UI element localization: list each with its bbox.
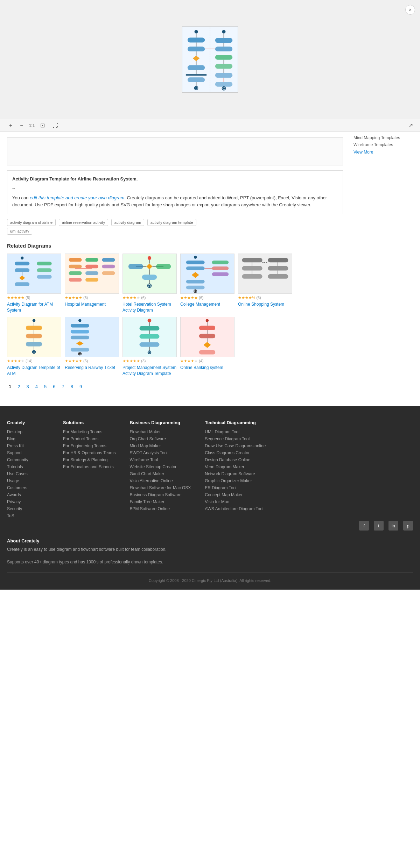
footer-col-solutions: Solutions For Marketing Teams For Produc… [63, 420, 116, 520]
footer-link-usecases[interactable]: Use Cases [7, 471, 49, 476]
footer-link-desktop[interactable]: Desktop [7, 429, 49, 434]
svg-rect-4 [188, 38, 205, 43]
footer-link-educators[interactable]: For Educators and Schools [63, 464, 116, 469]
diagram-card-img-8 [180, 317, 234, 357]
diagram-card-8[interactable]: ★★★★★ (4) Online Banking system [180, 317, 234, 377]
footer-link-engineering[interactable]: For Engineering Teams [63, 443, 116, 448]
footer-link-usecase[interactable]: Draw Use Case Diagrams online [205, 443, 266, 448]
card-title-5: Activity Diagram Template of ATM [7, 365, 61, 377]
footer-link-security[interactable]: Security [7, 506, 49, 511]
footer-link-support[interactable]: Support [7, 450, 49, 455]
svg-rect-43 [69, 258, 82, 262]
footer-link-flowchart-mac[interactable]: Flowchart Software for Mac OSX [130, 485, 191, 490]
footer-link-graphic[interactable]: Graphic Organizer Maker [205, 478, 266, 483]
stars-4: ★★★★½ (6) [238, 296, 292, 300]
svg-rect-50 [69, 271, 82, 275]
footer-link-venn[interactable]: Venn Diagram Maker [205, 464, 266, 469]
footer-link-bpm[interactable]: BPM Software Online [130, 506, 191, 511]
footer-link-visio-alt[interactable]: Visio Alternative Online [130, 478, 191, 483]
tag-4[interactable]: uml activity [7, 228, 32, 235]
page-5[interactable]: 5 [42, 383, 48, 390]
footer-link-uml[interactable]: UML Diagram Tool [205, 429, 266, 434]
footer-link-flowchart[interactable]: Flowchart Maker [130, 429, 191, 434]
social-facebook[interactable]: f [359, 521, 369, 531]
diagram-card-5[interactable]: ★★★★★ (14) Activity Diagram Template of … [7, 317, 61, 377]
footer-link-class[interactable]: Class Diagrams Creator [205, 450, 266, 455]
footer-link-mindmap[interactable]: Mind Map Maker [130, 443, 191, 448]
svg-point-76 [195, 290, 196, 292]
footer-link-gantt[interactable]: Gantt Chart Maker [130, 471, 191, 476]
card-title-7: Project Management System Activity Diagr… [122, 365, 177, 377]
page-4[interactable]: 4 [34, 383, 40, 390]
footer-link-aws[interactable]: AWS Architecture Diagram Tool [205, 506, 266, 511]
footer-link-sitemap[interactable]: Website Sitemap Creator [130, 464, 191, 469]
footer-link-customers[interactable]: Customers [7, 485, 49, 490]
page-8[interactable]: 8 [69, 383, 75, 390]
diagram-card-4[interactable]: ★★★★½ (6) Online Shopping System [238, 254, 292, 313]
tag-1[interactable]: airline reservation activity [59, 219, 108, 226]
tag-0[interactable]: activity diagram of airline [7, 219, 56, 226]
card-title-6: Reserving a Railway Ticket [65, 365, 119, 371]
close-button[interactable]: × [405, 5, 415, 15]
footer-link-wireframe[interactable]: Wireframe Tool [130, 457, 191, 462]
footer-link-privacy[interactable]: Privacy [7, 499, 49, 504]
footer-link-orgchart[interactable]: Org Chart Software [130, 436, 191, 441]
social-linkedin[interactable]: in [388, 521, 398, 531]
footer-link-strategy[interactable]: For Strategy & Planning [63, 457, 116, 462]
footer-copyright: Copyright © 2008 - 2020 Cinergix Pty Ltd… [7, 572, 413, 583]
sidebar-link-mindmapping[interactable]: Mind Mapping Templates [354, 135, 416, 140]
diagram-card-0[interactable]: ★★★★★ (5) Activity Diagram for ATM Syste… [7, 254, 61, 313]
fullscreen-button[interactable]: ⛶ [50, 122, 60, 129]
rating-count-3: (6) [199, 296, 203, 300]
svg-rect-98 [26, 334, 42, 338]
zoom-in-button[interactable]: + [7, 122, 14, 129]
footer-col-technical: Technical Diagramming UML Diagram Tool S… [205, 420, 266, 520]
footer-link-concept[interactable]: Concept Map Maker [205, 492, 266, 497]
diagram-card-6[interactable]: ★★★★★ (5) Reserving a Railway Ticket [65, 317, 119, 377]
footer-link-network[interactable]: Network Diagram Software [205, 471, 266, 476]
footer-link-presskit[interactable]: Press Kit [7, 443, 49, 448]
social-twitter[interactable]: t [374, 521, 384, 531]
sidebar-view-more[interactable]: View More [354, 150, 373, 155]
footer-link-visio-mac[interactable]: Visio for Mac [205, 499, 266, 504]
footer-link-designdb[interactable]: Design Database Online [205, 457, 266, 462]
diagram-card-1[interactable]: ★★★★★ (5) Hospital Management [65, 254, 119, 313]
svg-point-25 [222, 30, 226, 34]
footer-link-sequence[interactable]: Sequence Diagram Tool [205, 436, 266, 441]
social-pinterest[interactable]: p [403, 521, 413, 531]
diagram-card-3[interactable]: ★★★★★ (6) College Management [180, 254, 234, 313]
share-button[interactable]: ↗ [408, 122, 413, 129]
footer-col-title-creately: Creately [7, 420, 49, 425]
page-9[interactable]: 9 [78, 383, 84, 390]
diagram-card-7[interactable]: ★★★★★ (3) Project Management System Acti… [122, 317, 177, 377]
footer-link-swot[interactable]: SWOT Analysis Tool [130, 450, 191, 455]
fit-width-button[interactable]: ⊡ [38, 121, 47, 129]
page-1[interactable]: 1 [7, 383, 13, 390]
diagram-card-img-6 [65, 317, 119, 357]
page-6[interactable]: 6 [51, 383, 57, 390]
page-7[interactable]: 7 [60, 383, 66, 390]
footer-link-community[interactable]: Community [7, 457, 49, 462]
footer-link-awards[interactable]: Awards [7, 492, 49, 497]
tag-2[interactable]: activity diagram [111, 219, 144, 226]
footer-link-product[interactable]: For Product Teams [63, 436, 116, 441]
footer-link-marketing[interactable]: For Marketing Teams [63, 429, 116, 434]
sidebar-link-wireframe[interactable]: Wireframe Templates [354, 142, 416, 147]
page-3[interactable]: 3 [24, 383, 30, 390]
description-text: You can edit this template and create yo… [12, 194, 338, 209]
footer-link-tos[interactable]: ToS [7, 513, 49, 518]
svg-rect-127 [199, 326, 215, 330]
footer-link-er[interactable]: ER Diagram Tool [205, 485, 266, 490]
footer-link-blog[interactable]: Blog [7, 436, 49, 441]
page-2[interactable]: 2 [16, 383, 22, 390]
zoom-out-button[interactable]: − [18, 122, 25, 129]
footer-link-tutorials[interactable]: Tutorials [7, 464, 49, 469]
footer-link-bizdiagram[interactable]: Business Diagram Software [130, 492, 191, 497]
diagram-card-2[interactable]: ★★★★★ (6) Hotel Reservation System Activ… [122, 254, 177, 313]
footer-link-hr[interactable]: For HR & Operations Teams [63, 450, 116, 455]
footer-link-familytree[interactable]: Family Tree Maker [130, 499, 191, 504]
svg-rect-52 [102, 271, 115, 275]
footer-link-usage[interactable]: Usage [7, 478, 49, 483]
tag-3[interactable]: activity diagram template [147, 219, 196, 226]
edit-link[interactable]: edit this template and create your own d… [30, 195, 124, 200]
